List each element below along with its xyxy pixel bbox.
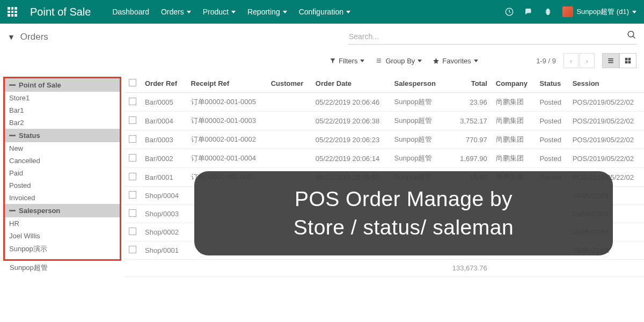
row-checkbox[interactable] [129,246,136,253]
row-checkbox[interactable] [129,191,136,199]
sidebar: Point of SaleStore1Bar1Bar2StatusNewCanc… [0,75,125,322]
cell-company: 尚鹏集团 [492,112,536,130]
row-checkbox[interactable] [129,209,136,217]
clock-icon[interactable] [504,7,514,17]
main-menu: DashboardOrdersProductReportingConfigura… [112,8,504,16]
topbar-right: Sunpop超管 (d1) [504,6,636,17]
table-row[interactable]: Bar/0005订单00002-001-000505/22/2019 20:06… [125,93,644,112]
topbar: Point of Sale DashboardOrdersProductRepo… [0,0,644,24]
facet-header[interactable]: Point of Sale [5,78,120,92]
brand-title: Point of Sale [30,6,91,18]
page-title: Orders [20,32,48,42]
star-icon [433,57,440,64]
col-company[interactable]: Company [492,75,536,93]
pager-prev[interactable]: ‹ [564,53,579,68]
menu-dashboard[interactable]: Dashboard [112,8,149,16]
facet-item[interactable]: New [5,142,120,155]
grid-icon [624,57,632,64]
cell-total: 1,697.90 [444,149,492,168]
facet-item[interactable]: Bar2 [5,116,120,129]
facet-item[interactable]: Bar1 [5,104,120,116]
overlay-line1: POS Order Manage by [216,185,591,214]
facet-item[interactable]: HR [5,217,120,230]
cell-order-ref: Shop/0002 [141,223,187,241]
groupby-button[interactable]: Group By [375,57,422,65]
facet-header[interactable]: Status [5,129,120,142]
col-salesperson[interactable]: Salesperson [390,75,444,93]
cell-total: 23.96 [444,93,492,112]
favorites-button[interactable]: Favorites [433,57,478,65]
content: Point of SaleStore1Bar1Bar2StatusNewCanc… [0,75,644,322]
facet-item[interactable]: Cancelled [5,155,120,167]
col-session[interactable]: Session [568,75,644,93]
search-icon[interactable] [627,30,636,40]
pager-next[interactable]: › [580,53,595,68]
avatar [562,6,573,17]
list-view-button[interactable] [602,53,619,68]
cell-order-date: 05/22/2019 20:06:46 [311,93,390,112]
groupby-label: Group By [385,57,415,65]
table-header-row: Order Ref Receipt Ref Customer Order Dat… [125,75,644,93]
col-receipt-ref[interactable]: Receipt Ref [187,75,267,93]
user-menu[interactable]: Sunpop超管 (d1) [562,6,636,17]
facet-item[interactable]: Store1 [5,92,120,104]
menu-product[interactable]: Product [203,8,236,16]
col-order-date[interactable]: Order Date [311,75,390,93]
list-icon [606,57,615,64]
cell-salesperson: Sunpop超管 [390,130,444,149]
facet-header[interactable]: Salesperson [5,204,120,217]
kanban-view-button[interactable] [619,53,636,68]
cell-session: POS/2019/05/22/02 [568,112,644,130]
cell-salesperson: Sunpop超管 [390,93,444,112]
table-row[interactable]: Bar/0004订单00002-001-000305/22/2019 20:06… [125,112,644,130]
facet-item[interactable]: Invoiced [5,192,120,204]
cell-receipt-ref: 订单00002-001-0004 [187,149,267,168]
pager-text: 1-9 / 9 [536,57,556,65]
menu-label: Orders [161,8,184,16]
menu-configuration[interactable]: Configuration [299,8,350,16]
totals-row: 133,673.76 [125,260,644,277]
overlay-line2: Store / status/ saleman [216,214,591,242]
cell-customer [267,93,311,112]
cell-salesperson: Sunpop超管 [390,149,444,168]
cell-order-ref: Shop/0004 [141,187,187,205]
menu-label: Configuration [299,8,343,16]
caret-down-icon [283,11,287,13]
row-checkbox[interactable] [129,116,136,124]
cell-customer [267,112,311,130]
facet-item[interactable]: Sunpop演示 [5,242,120,256]
caret-down-icon [231,11,236,13]
bug-icon[interactable] [543,7,553,17]
row-checkbox[interactable] [129,135,136,143]
filters-button[interactable]: Filters [330,57,364,65]
row-checkbox[interactable] [129,98,136,105]
svg-rect-1 [625,58,628,61]
table-row[interactable]: Bar/0003订单00002-001-000205/22/2019 20:06… [125,130,644,149]
facet-item[interactable]: Posted [5,179,120,192]
search-input[interactable] [348,29,636,45]
menu-orders[interactable]: Orders [161,8,191,16]
cell-customer [267,149,311,168]
col-total[interactable]: Total [444,75,492,93]
menu-reporting[interactable]: Reporting [247,8,287,16]
row-checkbox[interactable] [129,228,136,235]
filter-right: 1-9 / 9 ‹ › [536,53,636,68]
facet-item[interactable]: Paid [5,167,120,179]
facet-item[interactable]: Joel Willis [5,230,120,242]
row-checkbox[interactable] [129,173,136,180]
chevron-down-icon[interactable]: ▼ [8,33,15,41]
chat-icon[interactable] [524,7,533,17]
cell-order-ref: Bar/0001 [141,168,187,187]
col-order-ref[interactable]: Order Ref [141,75,187,93]
breadcrumb-row: ▼ Orders [0,24,644,50]
col-customer[interactable]: Customer [267,75,311,93]
filter-buttons: Filters Group By Favorites [330,57,478,65]
sidebar-extra-item[interactable]: Sunpop超管 [3,261,121,275]
col-status[interactable]: Status [535,75,568,93]
apps-icon[interactable] [8,7,17,17]
row-checkbox[interactable] [129,154,136,162]
cell-order-ref: Bar/0003 [141,130,187,149]
table-row[interactable]: Bar/0002订单00002-001-000405/22/2019 20:06… [125,149,644,168]
svg-rect-2 [628,58,631,61]
select-all-checkbox[interactable] [129,79,136,86]
